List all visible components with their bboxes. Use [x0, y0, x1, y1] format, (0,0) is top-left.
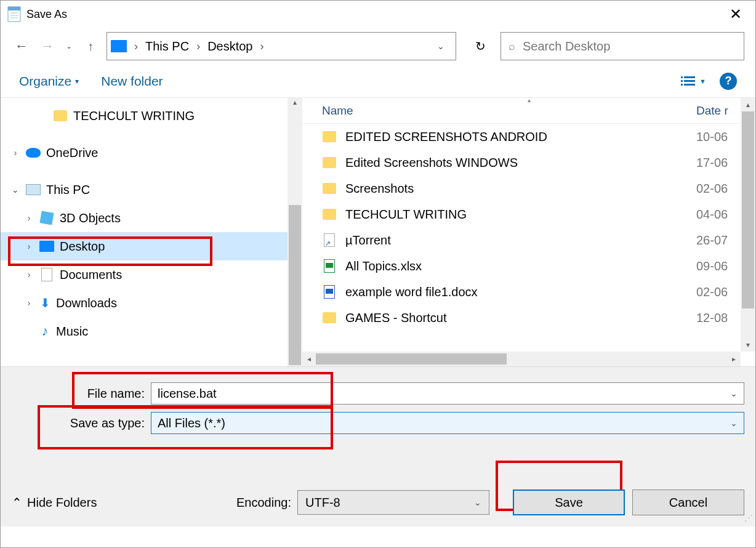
tree-item-documents[interactable]: Documents [1, 260, 302, 289]
filename-value: license.bat [158, 387, 217, 401]
help-button[interactable]: ? [720, 73, 737, 90]
main-area: TECHCULT WRITING OneDrive This PC 3D Obj… [1, 98, 755, 366]
expand-icon[interactable] [10, 148, 20, 158]
scroll-up-icon[interactable]: ▴ [741, 98, 755, 111]
tree-item-this-pc[interactable]: This PC [1, 175, 302, 204]
scroll-down-icon[interactable]: ▾ [741, 338, 755, 352]
chevron-down-icon[interactable]: ⌄ [474, 498, 481, 507]
breadcrumb-desktop[interactable]: Desktop [205, 39, 255, 54]
cancel-button[interactable]: Cancel [632, 490, 744, 515]
chevron-up-icon: ⌃ [12, 495, 22, 510]
svg-rect-1 [8, 7, 20, 10]
chevron-right-icon[interactable]: › [193, 40, 204, 53]
chevron-down-icon[interactable]: ⌄ [730, 389, 738, 398]
tree-scrollbar[interactable]: ▴ ▾ [288, 98, 302, 366]
svg-rect-5 [681, 76, 683, 78]
scroll-thumb[interactable] [742, 111, 754, 308]
address-bar[interactable]: › This PC › Desktop › ⌄ [107, 32, 456, 60]
notepad-icon [6, 6, 23, 23]
history-dropdown[interactable]: ⌄ [63, 42, 74, 50]
organize-menu[interactable]: Organize▾ [19, 74, 79, 89]
scroll-thumb[interactable] [289, 205, 301, 365]
hide-folders-button[interactable]: ⌃ Hide Folders [12, 495, 97, 510]
file-row[interactable]: Screenshots02-06 [302, 175, 755, 201]
folder-icon [52, 109, 68, 123]
folder-icon [322, 311, 337, 324]
file-name: µTorrent [345, 233, 696, 248]
tree-label: Documents [60, 268, 122, 282]
back-button[interactable]: ← [12, 36, 31, 56]
search-input[interactable] [523, 39, 736, 54]
tree-item-3d-objects[interactable]: 3D Objects [1, 204, 302, 232]
scroll-up-icon[interactable]: ▴ [288, 98, 302, 107]
file-name: All Topics.xlsx [345, 259, 696, 273]
svg-rect-8 [684, 80, 695, 82]
folder-icon [322, 156, 337, 169]
file-row[interactable]: EDITED SCREENSHOTS ANDROID10-06 [302, 124, 755, 150]
chevron-right-icon[interactable]: › [257, 40, 268, 53]
toolbar: Organize▾ New folder ▼ ? [1, 65, 755, 98]
filename-input[interactable]: license.bat ⌄ [151, 382, 744, 405]
encoding-dropdown[interactable]: UTF-8 ⌄ [297, 490, 489, 515]
cube-icon [39, 211, 55, 225]
breadcrumb-this-pc[interactable]: This PC [143, 39, 191, 54]
resize-grip-icon[interactable]: ⋰ [744, 515, 754, 525]
file-name: TECHCULT WRITING [345, 208, 696, 222]
expand-icon[interactable] [24, 270, 34, 280]
chevron-right-icon[interactable]: › [131, 40, 142, 53]
file-list[interactable]: ▴ Name Date r EDITED SCREENSHOTS ANDROID… [302, 98, 755, 366]
expand-icon[interactable] [24, 213, 34, 223]
scroll-thumb[interactable] [316, 353, 507, 365]
collapse-icon[interactable] [10, 185, 20, 195]
tree-item-onedrive[interactable]: OneDrive [1, 139, 302, 167]
file-row[interactable]: All Topics.xlsx09-06 [302, 253, 755, 279]
pc-icon [25, 183, 41, 196]
file-row[interactable]: TECHCULT WRITING04-06 [302, 201, 755, 227]
tree-label: Downloads [56, 296, 117, 310]
savetype-dropdown[interactable]: All Files (*.*) ⌄ [151, 412, 744, 434]
save-button[interactable]: Save [513, 490, 625, 515]
svg-rect-6 [684, 76, 695, 78]
title-bar: Save As ✕ [1, 1, 755, 28]
file-row[interactable]: µTorrent26-07 [302, 227, 755, 253]
scroll-right-icon[interactable]: ▸ [727, 355, 741, 363]
tree-label: Desktop [60, 240, 105, 254]
excel-icon [322, 259, 337, 273]
search-box[interactable]: ⌕ [501, 32, 744, 60]
refresh-button[interactable]: ↻ [466, 32, 494, 60]
tree-item-music[interactable]: ♪ Music [1, 317, 302, 345]
expand-icon[interactable] [24, 298, 34, 308]
file-row[interactable]: example word file1.docx02-06 [302, 279, 755, 305]
search-icon: ⌕ [509, 40, 515, 53]
file-name: example word file1.docx [345, 285, 696, 299]
onedrive-icon [25, 146, 41, 159]
file-name: EDITED SCREENSHOTS ANDROID [345, 130, 696, 144]
navigation-tree[interactable]: TECHCULT WRITING OneDrive This PC 3D Obj… [1, 98, 302, 366]
file-name: Edited Screenshots WINDOWS [345, 156, 696, 170]
file-name: Screenshots [345, 182, 696, 196]
folder-icon [322, 208, 337, 221]
chevron-down-icon[interactable]: ⌄ [730, 418, 738, 428]
up-button[interactable]: ↑ [81, 36, 100, 56]
file-row[interactable]: GAMES - Shortcut12-08 [302, 305, 755, 331]
view-options-button[interactable]: ▼ [681, 76, 706, 87]
close-button[interactable]: ✕ [721, 1, 750, 28]
filename-label: File name: [1, 387, 151, 401]
tree-item-desktop[interactable]: Desktop [1, 232, 302, 260]
scroll-left-icon[interactable]: ◂ [302, 355, 316, 363]
forward-button[interactable]: → [38, 36, 57, 56]
list-hscrollbar[interactable]: ◂ ▸ [302, 352, 741, 366]
tree-item-techcult[interactable]: TECHCULT WRITING [1, 102, 302, 130]
word-icon [322, 285, 337, 299]
file-name: GAMES - Shortcut [345, 311, 696, 325]
svg-rect-9 [681, 84, 683, 86]
savetype-value: All Files (*.*) [158, 416, 225, 430]
expand-icon[interactable] [24, 241, 34, 251]
column-name[interactable]: Name [322, 104, 696, 118]
tree-label: TECHCULT WRITING [73, 109, 195, 123]
file-row[interactable]: Edited Screenshots WINDOWS17-06 [302, 150, 755, 175]
tree-item-downloads[interactable]: ⬇ Downloads [1, 289, 302, 317]
address-dropdown[interactable]: ⌄ [430, 41, 452, 51]
new-folder-button[interactable]: New folder [101, 74, 163, 89]
list-vscrollbar[interactable]: ▴ ▾ [741, 98, 755, 352]
